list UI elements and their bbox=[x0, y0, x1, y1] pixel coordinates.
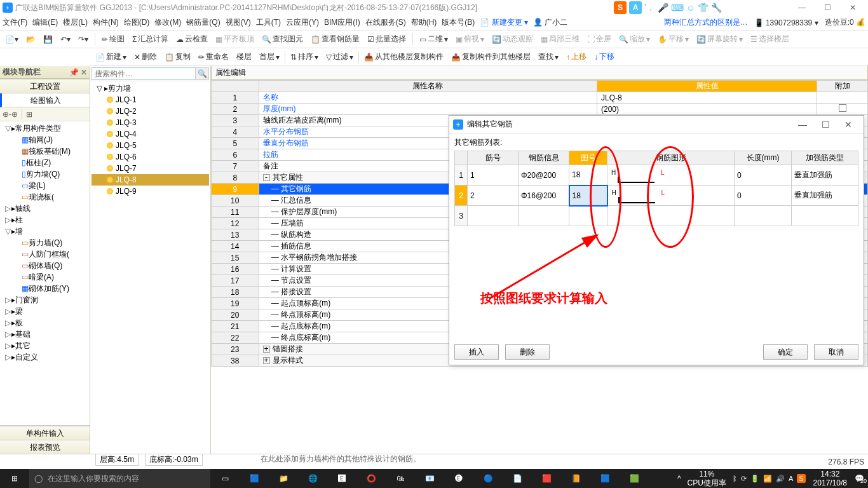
app-3[interactable]: 🌐 bbox=[298, 469, 327, 488]
app-11[interactable]: 🟥 bbox=[532, 469, 561, 488]
app-5[interactable]: ⭕ bbox=[356, 469, 386, 488]
tb2-rename[interactable]: ✏ 重命名 bbox=[196, 51, 231, 62]
rebar-table[interactable]: 筋号 钢筋信息 图号 钢筋图形 长度(mm) 加强筋类型 1 1 Φ20@200… bbox=[454, 151, 858, 226]
menu-component[interactable]: 构件(N) bbox=[93, 17, 119, 28]
menu-bim[interactable]: BIM应用(I) bbox=[324, 17, 360, 28]
component-tree[interactable]: ▽ ▸ 剪力墙 JLQ-1 JLQ-2 JLQ-3 JLQ-4 JLQ-5 JL… bbox=[90, 81, 210, 454]
nav-tree[interactable]: ▽▸ 常用构件类型 ▦ 轴网(J) ▦ 筏板基础(M) ▯ 框柱(Z) ▯ 剪力… bbox=[0, 121, 90, 425]
system-tray[interactable]: ^ 11%CPU使用率 ᛒ ⟳ 🔋 📶 🔊 A S 14:322017/10/8… bbox=[677, 470, 868, 487]
insert-button[interactable]: 插入 bbox=[454, 344, 499, 360]
comp-item[interactable]: JLQ-5 bbox=[92, 140, 209, 151]
menu-view[interactable]: 视图(V) bbox=[226, 17, 251, 28]
taskbar-search[interactable]: ◯在这里输入你要搜索的内容 bbox=[29, 469, 210, 488]
dialog-min[interactable]: — bbox=[791, 119, 814, 130]
tb-level-board[interactable]: ▦ 平齐板顶 bbox=[213, 34, 257, 44]
tb-topview[interactable]: ▣ 俯视 ▾ bbox=[453, 34, 487, 44]
app-1[interactable]: 🟦 bbox=[240, 469, 269, 488]
phone-button[interactable]: 📱 13907298339 ▾ bbox=[754, 18, 818, 27]
tb-fullscreen[interactable]: ⛶ 全屏 bbox=[585, 34, 614, 44]
app-4[interactable]: 🅴 bbox=[327, 469, 356, 488]
menu-version[interactable]: 版本号(B) bbox=[442, 17, 475, 28]
comp-item[interactable]: JLQ-7 bbox=[92, 163, 209, 174]
tb2-copy-from[interactable]: 📥 从其他楼层复制构件 bbox=[362, 51, 446, 62]
tb-zoom[interactable]: 🔍 缩放 ▾ bbox=[616, 34, 653, 44]
app-12[interactable]: 📙 bbox=[561, 469, 590, 488]
tray-wifi-icon[interactable]: 📶 bbox=[763, 475, 772, 483]
start-button[interactable]: ⊞ bbox=[0, 469, 29, 488]
dialog-close[interactable]: ✕ bbox=[837, 119, 860, 130]
prop-row[interactable]: 1名称JLQ-8 bbox=[212, 92, 868, 104]
comp-item[interactable]: JLQ-6 bbox=[92, 151, 209, 163]
menu-tool[interactable]: 工具(T) bbox=[256, 17, 281, 28]
menu-file[interactable]: 文件(F) bbox=[3, 17, 27, 28]
ime-keyboard-icon[interactable]: ⌨ bbox=[671, 3, 684, 13]
ime-punct-icon[interactable]: '， bbox=[644, 2, 655, 13]
tb-batch-select[interactable]: ☑ 批量选择 bbox=[365, 34, 409, 44]
rebar-row[interactable]: 1 1 Φ20@200 18 HL 0 垂直加强筋 bbox=[455, 165, 858, 186]
comp-item-selected[interactable]: JLQ-8 bbox=[92, 174, 209, 186]
new-change-button[interactable]: 📄 新建变更 ▾ bbox=[480, 17, 528, 28]
search-button[interactable]: 🔍 bbox=[195, 67, 209, 80]
ok-button[interactable]: 确定 bbox=[763, 344, 808, 360]
ime-skin-icon[interactable]: 👕 bbox=[698, 3, 709, 13]
tb2-filter[interactable]: ▽ 过滤 ▾ bbox=[323, 51, 356, 62]
app-9[interactable]: 🔵 bbox=[473, 469, 503, 488]
tb2-floor-select[interactable]: 首层 ▾ bbox=[257, 51, 282, 62]
tray-up-icon[interactable]: ^ bbox=[677, 474, 681, 483]
menu-online[interactable]: 在线服务(S) bbox=[365, 17, 406, 28]
menu-modify[interactable]: 修改(M) bbox=[154, 17, 181, 28]
menu-draw[interactable]: 绘图(D) bbox=[124, 17, 150, 28]
tb2-copy[interactable]: 📋 复制 bbox=[162, 51, 193, 62]
tb-save-icon[interactable]: 💾 bbox=[41, 35, 55, 44]
app-14[interactable]: 🟩 bbox=[620, 469, 649, 488]
comp-item[interactable]: JLQ-4 bbox=[92, 128, 209, 140]
tb-find-elem[interactable]: 🔍 查找图元 bbox=[259, 34, 306, 44]
pin-icon[interactable]: 📌 ✕ bbox=[69, 68, 87, 77]
tb2-find[interactable]: 查找 ▾ bbox=[536, 51, 561, 62]
cancel-button[interactable]: 取消 bbox=[814, 344, 858, 360]
menu-edit[interactable]: 编辑(E) bbox=[32, 17, 58, 28]
rebar-row-empty[interactable]: 3 bbox=[455, 206, 858, 226]
cpu-widget[interactable]: 11%CPU使用率 bbox=[685, 470, 729, 487]
menu-help[interactable]: 帮助(H) bbox=[411, 17, 437, 28]
comp-item[interactable]: JLQ-3 bbox=[92, 117, 209, 128]
tray-lang-icon[interactable]: A bbox=[789, 475, 793, 482]
menu-floor[interactable]: 楼层(L) bbox=[63, 17, 88, 28]
comp-item[interactable]: JLQ-2 bbox=[92, 105, 209, 117]
close-button[interactable]: ✕ bbox=[840, 0, 865, 15]
menu-rebar[interactable]: 钢筋量(Q) bbox=[186, 17, 220, 28]
tb-dim-dropdown[interactable]: ▭ 二维 ▾ bbox=[417, 34, 451, 44]
nav-eng-setting[interactable]: 工程设置 bbox=[0, 79, 90, 93]
nav-draw-input[interactable]: 绘图输入 bbox=[0, 93, 90, 107]
nav-tree-icon[interactable]: ⊞ bbox=[26, 110, 32, 119]
tb-undo-icon[interactable]: ↶▾ bbox=[58, 35, 73, 44]
tray-sogou-icon[interactable]: S bbox=[797, 474, 805, 483]
comp-item[interactable]: JLQ-9 bbox=[92, 186, 209, 197]
tb2-delete[interactable]: ✕ 删除 bbox=[132, 51, 159, 62]
comp-item[interactable]: JLQ-1 bbox=[92, 94, 209, 105]
tb-draw[interactable]: ✏ 绘图 bbox=[99, 34, 127, 44]
tb-sum[interactable]: Σ 汇总计算 bbox=[130, 34, 171, 44]
nav-expand-icon[interactable]: ⊕-⊕ bbox=[3, 110, 18, 119]
user-button[interactable]: 👤 广小二 bbox=[533, 17, 567, 28]
nav-report-preview[interactable]: 报表预览 bbox=[0, 440, 90, 454]
notification-icon[interactable]: 💬20 bbox=[855, 474, 864, 483]
taskbar-clock[interactable]: 14:322017/10/8 bbox=[810, 470, 851, 487]
tb2-new[interactable]: 📄 新建 ▾ bbox=[93, 51, 129, 62]
tb2-sort[interactable]: ⇅ 排序 ▾ bbox=[288, 51, 321, 62]
max-button[interactable]: ☐ bbox=[815, 0, 840, 15]
tray-bt-icon[interactable]: ᛒ bbox=[733, 475, 737, 482]
tb-open-icon[interactable]: 📂 bbox=[24, 35, 38, 44]
app-10[interactable]: 📄 bbox=[503, 469, 532, 488]
search-input[interactable] bbox=[92, 67, 196, 80]
ime-tool-icon[interactable]: 🔧 bbox=[711, 3, 722, 13]
nav-single-input[interactable]: 单构件输入 bbox=[0, 426, 90, 440]
tb-pan[interactable]: ✋ 平移 ▾ bbox=[655, 34, 691, 44]
tb-redo-icon[interactable]: ↷▾ bbox=[76, 35, 91, 44]
dialog-max[interactable]: ☐ bbox=[814, 119, 837, 130]
rebar-row-selected[interactable]: 2 2 Φ16@200 18 HL 0 垂直加强筋 bbox=[455, 186, 858, 206]
tray-sync-icon[interactable]: ⟳ bbox=[741, 475, 747, 483]
ime-emoji-icon[interactable]: ☺ bbox=[686, 3, 695, 13]
delete-button[interactable]: 删除 bbox=[505, 344, 550, 360]
prop-row[interactable]: 2厚度(mm)(200) bbox=[212, 104, 868, 115]
